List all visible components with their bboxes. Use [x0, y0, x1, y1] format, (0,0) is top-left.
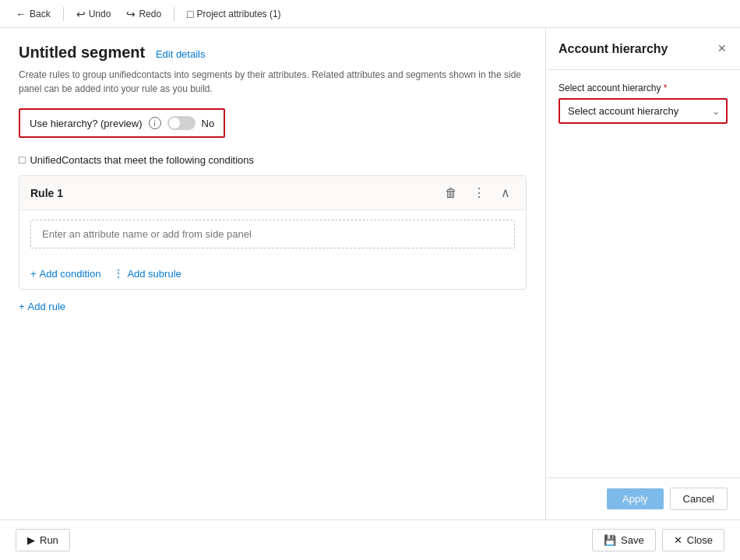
project-attributes-label: Project attributes (1) — [197, 9, 281, 19]
account-hierarchy-select[interactable]: Select account hierarchy — [560, 100, 726, 122]
rule-header: Rule 1 🗑 ⋮ ∧ — [19, 176, 526, 210]
close-label: Close — [687, 534, 713, 546]
redo-icon: ↪ — [126, 8, 136, 20]
project-attributes-button[interactable]: □ Project attributes (1) — [181, 5, 287, 23]
conditions-icon: □ — [19, 153, 25, 166]
rule-collapse-button[interactable]: ∧ — [496, 184, 515, 202]
add-condition-plus-icon: + — [30, 268, 37, 280]
apply-button[interactable]: Apply — [607, 488, 664, 509]
rule-body — [19, 210, 526, 258]
add-subrule-label: Add subrule — [127, 268, 181, 280]
cancel-button[interactable]: Cancel — [670, 488, 728, 510]
toggle-value-label: No — [202, 118, 215, 129]
undo-button[interactable]: ↩ Undo — [70, 5, 118, 23]
toggle-track — [167, 116, 196, 130]
add-subrule-icon: ⋮ — [113, 267, 124, 280]
add-rule-button[interactable]: + Add rule — [19, 299, 65, 314]
right-panel-header: Account hierarchy × — [546, 28, 740, 70]
toolbar: ← Back ↩ Undo ↪ Redo □ Project attribute… — [0, 0, 740, 28]
field-label-text: Select account hierarchy — [559, 83, 661, 93]
right-panel-body: Select account hierarchy * Select accoun… — [546, 70, 740, 477]
conditions-header: □ UnifiedContacts that meet the followin… — [19, 153, 527, 166]
rule-title: Rule 1 — [30, 187, 440, 199]
close-icon: ✕ — [674, 534, 682, 546]
conditions-header-text: UnifiedContacts that meet the following … — [30, 154, 254, 166]
run-label: Run — [40, 534, 58, 546]
close-button[interactable]: ✕ Close — [662, 529, 724, 551]
add-condition-label: Add condition — [40, 268, 101, 280]
add-rule-plus-icon: + — [19, 301, 25, 312]
redo-button[interactable]: ↪ Redo — [120, 5, 167, 23]
toolbar-separator-2 — [174, 7, 174, 21]
add-condition-button[interactable]: + Add condition — [30, 266, 100, 281]
bottom-bar-right: 💾 Save ✕ Close — [592, 529, 724, 551]
toolbar-separator — [63, 7, 64, 21]
info-icon[interactable]: i — [149, 117, 161, 129]
rule-more-button[interactable]: ⋮ — [468, 184, 490, 202]
undo-label: Undo — [89, 9, 111, 19]
hierarchy-label: Use hierarchy? (preview) — [30, 118, 143, 129]
toggle-thumb — [169, 118, 180, 129]
back-icon: ← — [16, 8, 26, 20]
back-button[interactable]: ← Back — [9, 5, 57, 23]
rule-actions: 🗑 ⋮ ∧ — [440, 184, 515, 202]
save-button[interactable]: 💾 Save — [592, 529, 656, 551]
main-layout: Untitled segment Edit details Create rul… — [0, 28, 740, 519]
description-text: Create rules to group unifiedcontacts in… — [19, 68, 527, 96]
title-row: Untitled segment Edit details — [19, 44, 527, 62]
page-title: Untitled segment — [19, 44, 145, 61]
rule-card: Rule 1 🗑 ⋮ ∧ + Add condition ⋮ Add subru… — [19, 175, 527, 290]
add-subrule-button[interactable]: ⋮ Add subrule — [113, 266, 181, 281]
select-wrapper: Select account hierarchy ⌄ — [559, 98, 728, 124]
bottom-bar-left: ▶ Run — [16, 529, 586, 551]
rule-delete-button[interactable]: 🗑 — [440, 185, 462, 202]
hierarchy-toggle-switch[interactable] — [167, 116, 196, 130]
add-rule-label: Add rule — [28, 301, 65, 312]
save-icon: 💾 — [604, 534, 616, 546]
required-marker: * — [664, 83, 668, 93]
rule-footer: + Add condition ⋮ Add subrule — [19, 258, 526, 289]
redo-label: Redo — [139, 9, 161, 19]
run-button[interactable]: ▶ Run — [16, 529, 70, 551]
edit-details-link[interactable]: Edit details — [156, 48, 206, 60]
right-panel: Account hierarchy × Select account hiera… — [545, 28, 740, 519]
bottom-bar: ▶ Run 💾 Save ✕ Close — [0, 519, 740, 560]
run-icon: ▶ — [27, 534, 35, 546]
back-label: Back — [30, 9, 51, 19]
right-panel-title: Account hierarchy — [559, 42, 668, 56]
save-label: Save — [621, 534, 644, 546]
project-attributes-icon: □ — [187, 8, 193, 20]
field-label: Select account hierarchy * — [559, 83, 728, 93]
right-panel-footer: Apply Cancel — [546, 477, 740, 519]
attribute-input[interactable] — [30, 220, 515, 248]
left-panel: Untitled segment Edit details Create rul… — [0, 28, 545, 519]
close-panel-button[interactable]: × — [716, 39, 728, 58]
hierarchy-toggle-row: Use hierarchy? (preview) i No — [19, 108, 225, 138]
undo-icon: ↩ — [76, 8, 86, 20]
add-rule-row: + Add rule — [19, 299, 527, 314]
